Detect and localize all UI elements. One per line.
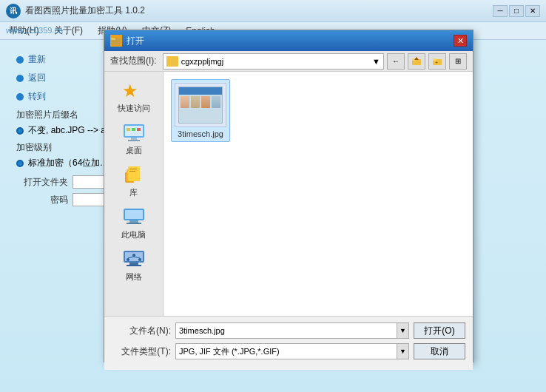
- svg-rect-22: [129, 220, 138, 223]
- folder-icon-svg: [111, 36, 121, 45]
- filename-dropdown[interactable]: ▼: [397, 322, 409, 339]
- svg-point-26: [132, 254, 135, 257]
- quick-access-icon: ★: [122, 81, 146, 101]
- dialog-file-area: 3timesch.jpg: [164, 72, 473, 316]
- network-icon: [122, 249, 146, 270]
- thumb1: [181, 96, 189, 108]
- dialog-toolbar: 查找范围(I): cgxzppljmgj ▼ ←: [104, 51, 473, 72]
- dialog-title-bar: 打开 ✕: [104, 30, 473, 51]
- library-icon: [122, 165, 146, 186]
- search-range-combo[interactable]: cgxzppljmgj ▼: [163, 53, 384, 70]
- close-btn[interactable]: ✕: [525, 5, 540, 17]
- bullet-refresh: [16, 56, 24, 64]
- filetype-row: 文件类型(T): JPG, JIF 文件 (*.JPG,*.GIF) ▼ 取消: [112, 343, 465, 359]
- svg-point-27: [127, 258, 129, 261]
- combo-arrow: ▼: [372, 57, 380, 66]
- svg-point-28: [138, 258, 141, 261]
- svg-rect-11: [128, 140, 140, 141]
- new-folder-btn[interactable]: +: [428, 53, 446, 70]
- thumbnail-body: [179, 95, 222, 109]
- computer-icon: [122, 207, 146, 228]
- back-btn[interactable]: ←: [387, 53, 405, 70]
- desktop-svg: [122, 123, 146, 142]
- app-window: 讯 看图西照片批量加密工具 1.0.2 ─ □ ✕ 帮助(H) 关于(F) 捐助…: [0, 0, 546, 392]
- desktop-label: 桌面: [126, 145, 142, 156]
- filename-input[interactable]: 3timesch.jpg: [175, 322, 397, 339]
- svg-rect-13: [132, 128, 135, 131]
- window-controls: ─ □ ✕: [493, 5, 540, 17]
- svg-rect-18: [129, 169, 137, 169]
- library-label: 库: [129, 187, 138, 198]
- computer-svg: [122, 207, 146, 226]
- svg-rect-12: [127, 128, 130, 131]
- bullet-back: [16, 75, 24, 82]
- network-svg: [122, 249, 146, 268]
- toolbar-label: 查找范围(I):: [110, 55, 157, 67]
- up-btn[interactable]: [408, 53, 425, 70]
- dialog-title-text: 打开: [127, 35, 454, 47]
- computer-label: 此电脑: [121, 229, 146, 240]
- bullet-goto: [16, 93, 24, 101]
- library-svg: [122, 165, 146, 184]
- dialog-title-icon: [110, 35, 122, 47]
- svg-rect-19: [129, 171, 135, 172]
- dialog-main: ★ 快速访问: [104, 72, 473, 316]
- app-logo: 讯: [6, 4, 21, 18]
- title-bar: 讯 看图西照片批量加密工具 1.0.2 ─ □ ✕: [0, 0, 546, 22]
- svg-text:+: +: [435, 60, 438, 65]
- sidebar-item-computer[interactable]: 此电脑: [108, 204, 160, 243]
- svg-rect-1: [111, 38, 115, 40]
- thumbnail-top: [179, 87, 222, 95]
- svg-rect-21: [125, 210, 143, 219]
- new-folder-icon: +: [432, 57, 442, 66]
- svg-rect-14: [137, 128, 141, 131]
- dialog-sidebar: ★ 快速访问: [104, 72, 164, 316]
- file-name: 3timesch.jpg: [178, 129, 223, 138]
- folder-icon-small: [166, 56, 178, 67]
- file-thumbnail: [175, 83, 226, 127]
- sidebar-item-library[interactable]: 库: [108, 162, 160, 201]
- dialog-close-button[interactable]: ✕: [454, 35, 467, 47]
- svg-rect-31: [129, 263, 138, 265]
- sidebar-item-quick-access[interactable]: ★ 快速访问: [108, 78, 160, 117]
- file-item-3timesch[interactable]: 3timesch.jpg: [171, 79, 230, 142]
- thumbnail-preview: [178, 87, 223, 124]
- minimize-btn[interactable]: ─: [493, 5, 508, 17]
- radio-dot-level: [16, 160, 24, 167]
- radio-dot-name: [16, 127, 24, 135]
- svg-rect-10: [131, 138, 137, 140]
- quick-access-label: 快速访问: [118, 103, 150, 114]
- desktop-icon: [122, 123, 146, 143]
- filename-row: 文件名(N): 3timesch.jpg ▼ 打开(O): [112, 322, 465, 339]
- open-button[interactable]: 打开(O): [414, 322, 465, 339]
- svg-rect-23: [127, 223, 141, 224]
- cancel-button[interactable]: 取消: [414, 343, 465, 359]
- thumb2: [191, 96, 200, 108]
- sidebar-item-desktop[interactable]: 桌面: [108, 120, 160, 159]
- filetype-input[interactable]: JPG, JIF 文件 (*.JPG,*.GIF): [175, 343, 397, 359]
- maximize-btn[interactable]: □: [509, 5, 524, 17]
- thumb4: [212, 96, 220, 108]
- file-open-dialog: 打开 ✕ 查找范围(I): cgxzppljmgj ▼ ←: [104, 30, 473, 362]
- view-btn[interactable]: ⊞: [449, 53, 467, 70]
- app-title: 看图西照片批量加密工具 1.0.2: [25, 4, 493, 17]
- thumb3: [201, 96, 210, 108]
- filetype-dropdown[interactable]: ▼: [397, 343, 409, 359]
- network-label: 网络: [126, 271, 142, 283]
- watermark: www.pc0359.cn: [6, 26, 63, 35]
- filetype-label: 文件类型(T):: [112, 345, 171, 358]
- svg-rect-32: [127, 265, 141, 266]
- sidebar-item-network[interactable]: 网络: [108, 246, 160, 285]
- filename-label: 文件名(N):: [112, 325, 171, 337]
- dialog-bottom: 文件名(N): 3timesch.jpg ▼ 打开(O) 文件类型(T): JP…: [104, 316, 473, 370]
- up-folder-icon: [411, 57, 422, 66]
